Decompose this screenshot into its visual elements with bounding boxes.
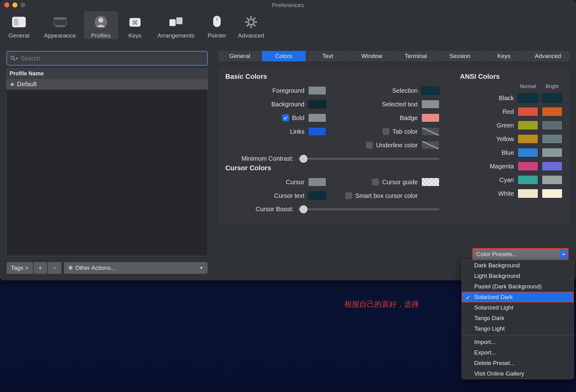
checkbox-tab-color[interactable] — [383, 128, 389, 135]
checkbox-smart-box-cursor[interactable] — [345, 192, 352, 199]
svg-rect-10 — [169, 19, 176, 26]
svg-point-14 — [248, 19, 254, 25]
color-presets-menu: Dark Background Light Background Pastel … — [461, 260, 574, 379]
ansi-col-bright: Bright — [542, 84, 562, 89]
swatch-cursor[interactable] — [308, 178, 326, 186]
preset-solarized-dark[interactable]: ✓Solarized Dark — [462, 292, 574, 302]
swatch-black-normal[interactable] — [518, 93, 538, 103]
svg-text:⌘: ⌘ — [132, 19, 138, 26]
toolbar-item-advanced[interactable]: Advanced — [234, 11, 268, 39]
preset-dark-background[interactable]: Dark Background — [462, 260, 574, 271]
profile-list: Profile Name ★ Default — [6, 68, 208, 256]
search-input[interactable] — [20, 55, 204, 62]
cursor-colors-title: Cursor Colors — [225, 164, 439, 172]
swatch-underline-color[interactable] — [421, 141, 439, 149]
swatch-cyan-bright[interactable] — [542, 175, 562, 185]
toolbar-item-pointer[interactable]: Pointer — [200, 11, 234, 39]
subtab-terminal[interactable]: Terminal — [394, 51, 438, 61]
star-icon: ★ — [10, 81, 15, 88]
remove-profile-button[interactable]: － — [47, 262, 62, 274]
subtab-colors[interactable]: Colors — [262, 51, 306, 61]
swatch-selection[interactable] — [421, 86, 439, 95]
swatch-links[interactable] — [308, 127, 326, 136]
preset-visit-gallery[interactable]: Visit Online Gallery — [462, 368, 574, 379]
swatch-blue-normal[interactable] — [518, 148, 538, 157]
swatch-cursor-guide[interactable] — [421, 178, 439, 186]
label-yellow: Yellow — [460, 136, 514, 143]
color-presets-dropdown[interactable]: Color Presets... — [472, 248, 569, 261]
toolbar-item-general[interactable]: General — [2, 11, 36, 39]
label-underline-color: Underline color — [376, 142, 418, 149]
swatch-selected-text[interactable] — [421, 100, 439, 109]
preset-pastel-dark[interactable]: Pastel (Dark Background) — [462, 281, 574, 292]
slider-cursor-boost[interactable] — [298, 208, 439, 210]
swatch-foreground[interactable] — [308, 86, 326, 95]
swatch-yellow-normal[interactable] — [518, 134, 538, 144]
pointer-icon — [209, 14, 225, 30]
preset-import[interactable]: Import... — [462, 337, 574, 347]
swatch-magenta-bright[interactable] — [542, 162, 562, 171]
window-title: Preferences — [0, 2, 576, 9]
appearance-icon — [52, 14, 68, 30]
label-selection: Selection — [339, 87, 418, 94]
svg-line-20 — [254, 24, 255, 26]
label-cursor: Cursor — [225, 179, 304, 186]
profile-row-default[interactable]: ★ Default — [7, 79, 208, 90]
toolbar-item-arrangements[interactable]: Arrangements — [152, 11, 200, 39]
subtab-keys[interactable]: Keys — [482, 51, 526, 61]
preset-light-background[interactable]: Light Background — [462, 271, 574, 281]
swatch-tab-color[interactable] — [421, 127, 439, 136]
swatch-bold[interactable] — [308, 114, 326, 122]
label-background: Background — [225, 101, 304, 108]
checkbox-cursor-guide[interactable] — [372, 179, 379, 185]
checkbox-bold[interactable] — [282, 114, 289, 121]
swatch-blue-bright[interactable] — [542, 148, 562, 157]
swatch-magenta-normal[interactable] — [518, 162, 538, 171]
swatch-cyan-normal[interactable] — [518, 175, 538, 185]
toolbar-item-profiles[interactable]: Profiles — [84, 11, 118, 39]
subtab-text[interactable]: Text — [306, 51, 350, 61]
swatch-background[interactable] — [308, 100, 326, 109]
slider-min-contrast[interactable] — [298, 158, 439, 160]
preset-solarized-light[interactable]: Solarized Light — [462, 302, 574, 313]
tags-button[interactable]: Tags > — [6, 262, 33, 274]
subtab-session[interactable]: Session — [438, 51, 482, 61]
label-white: White — [460, 190, 514, 197]
chevron-down-icon: ▼ — [200, 266, 203, 270]
swatch-red-normal[interactable] — [518, 107, 538, 116]
swatch-black-bright[interactable] — [542, 93, 562, 103]
swatch-red-bright[interactable] — [542, 107, 562, 116]
swatch-green-normal[interactable] — [518, 121, 538, 130]
preset-tango-light[interactable]: Tango Light — [462, 323, 574, 334]
ansi-colors: ANSI Colors NormalBright Black Red Green… — [460, 71, 562, 200]
label-smart-box-cursor: Smart box cursor color — [355, 192, 418, 199]
swatch-cursor-text[interactable] — [308, 191, 326, 200]
gear-icon: ✻ — [68, 265, 73, 271]
swatch-green-bright[interactable] — [542, 121, 562, 130]
subtab-advanced[interactable]: Advanced — [526, 51, 570, 61]
label-min-contrast: Minimum Contrast: — [225, 155, 294, 162]
subtab-window[interactable]: Window — [350, 51, 394, 61]
preset-tango-dark[interactable]: Tango Dark — [462, 313, 574, 323]
chevron-down-icon — [560, 250, 568, 259]
swatch-yellow-bright[interactable] — [542, 134, 562, 144]
label-bold: Bold — [292, 114, 304, 122]
subtab-general[interactable]: General — [218, 51, 262, 61]
ansi-col-normal: Normal — [518, 84, 538, 89]
preset-export[interactable]: Export... — [462, 347, 574, 358]
swatch-badge[interactable] — [421, 114, 439, 122]
svg-rect-4 — [55, 18, 57, 19]
swatch-white-bright[interactable] — [542, 189, 562, 198]
search-field[interactable]: ▼ — [6, 51, 208, 66]
toolbar-item-keys[interactable]: ⌘ Keys — [118, 11, 152, 39]
add-profile-button[interactable]: ＋ — [33, 262, 47, 274]
titlebar: Preferences — [0, 0, 576, 10]
toolbar-item-appearance[interactable]: Appearance — [36, 11, 84, 39]
basic-colors-title: Basic Colors — [225, 73, 439, 81]
swatch-white-normal[interactable] — [518, 189, 538, 198]
checkbox-underline-color[interactable] — [366, 142, 373, 149]
search-icon — [10, 56, 16, 61]
other-actions-dropdown[interactable]: ✻Other Actions... ▼ — [64, 262, 208, 274]
preset-delete[interactable]: Delete Preset... — [462, 358, 574, 368]
label-blue: Blue — [460, 149, 514, 156]
